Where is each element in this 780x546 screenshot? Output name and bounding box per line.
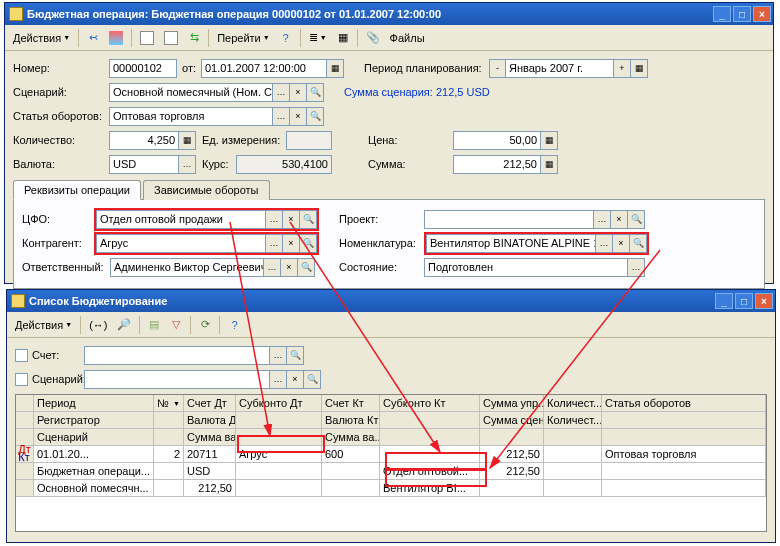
- doc-icon[interactable]: [136, 28, 158, 48]
- currency-select-button[interactable]: …: [179, 155, 196, 174]
- sum-calc-button[interactable]: ▦: [541, 155, 558, 174]
- state-input[interactable]: Подготовлен: [424, 258, 628, 277]
- currency-input[interactable]: USD: [109, 155, 179, 174]
- tab-dependent[interactable]: Зависимые обороты: [143, 180, 270, 200]
- close-button[interactable]: ×: [755, 293, 773, 309]
- stat-open-button[interactable]: 🔍: [307, 107, 324, 126]
- table-row[interactable]: ДтКт 01.01.20... 2 20711 Агрус 600 212,5…: [16, 446, 766, 463]
- stat-select-button[interactable]: …: [273, 107, 290, 126]
- hdr-acct-kt[interactable]: Счет Кт: [322, 395, 380, 411]
- contr-input[interactable]: Агрус: [96, 234, 266, 253]
- interval-icon[interactable]: (↔): [85, 315, 111, 335]
- data-grid[interactable]: Период № ▼ Счет Дт Субконто Дт Счет Кт С…: [15, 394, 767, 532]
- hdr-stat[interactable]: Статья оборотов: [602, 395, 766, 411]
- cfo-open-button[interactable]: 🔍: [300, 210, 317, 229]
- project-open-button[interactable]: 🔍: [628, 210, 645, 229]
- cell-agrus: Агрус: [236, 446, 322, 462]
- find-icon[interactable]: 🔎: [113, 315, 135, 335]
- hdr-num[interactable]: № ▼: [154, 395, 184, 411]
- hdr-period[interactable]: Период: [34, 395, 154, 411]
- sum-input[interactable]: 212,50: [453, 155, 541, 174]
- nomen-clear-button[interactable]: ×: [613, 234, 630, 253]
- number-input[interactable]: 00000102: [109, 59, 177, 78]
- scenario-input[interactable]: Основной помесячный (Ном. С+К): [109, 83, 273, 102]
- list-icon[interactable]: ≣▼: [305, 28, 331, 48]
- cfo-clear-button[interactable]: ×: [283, 210, 300, 229]
- chart-icon[interactable]: [105, 28, 127, 48]
- cfo-input[interactable]: Отдел оптовой продажи: [96, 210, 266, 229]
- nomen-open-button[interactable]: 🔍: [630, 234, 647, 253]
- sort-icon[interactable]: ▤: [144, 315, 164, 335]
- filter-clear-icon[interactable]: ▽: [166, 315, 186, 335]
- scenario-select-button[interactable]: …: [273, 83, 290, 102]
- stat-clear-button[interactable]: ×: [290, 107, 307, 126]
- period-prev-button[interactable]: -: [489, 59, 506, 78]
- doc-star-icon[interactable]: [160, 28, 182, 48]
- hdr-subk-kt[interactable]: Субконто Кт: [380, 395, 480, 411]
- back-icon[interactable]: ↢: [83, 28, 103, 48]
- scenario-clear-button[interactable]: ×: [290, 83, 307, 102]
- minimize-button[interactable]: _: [715, 293, 733, 309]
- resp-clear-button[interactable]: ×: [281, 258, 298, 277]
- tab-requisites[interactable]: Реквизиты операции: [13, 180, 141, 200]
- nomen-select-button[interactable]: …: [596, 234, 613, 253]
- actions-menu[interactable]: Действия▼: [9, 28, 74, 48]
- period-picker-button[interactable]: ▦: [631, 59, 648, 78]
- price-calc-button[interactable]: ▦: [541, 131, 558, 150]
- actions-menu[interactable]: Действия▼: [11, 315, 76, 335]
- stat-input[interactable]: Оптовая торговля: [109, 107, 273, 126]
- window-title: Бюджетная операция: Бюджетная операция 0…: [27, 8, 441, 20]
- qty-calc-button[interactable]: ▦: [179, 131, 196, 150]
- hdr-sum-upr[interactable]: Сумма упр...: [480, 395, 544, 411]
- period-next-button[interactable]: +: [614, 59, 631, 78]
- tree-icon[interactable]: ⇆: [184, 28, 204, 48]
- scenario-open-button[interactable]: 🔍: [304, 370, 321, 389]
- project-clear-button[interactable]: ×: [611, 210, 628, 229]
- help-icon[interactable]: ?: [276, 28, 296, 48]
- scenario-select-button[interactable]: …: [270, 370, 287, 389]
- scenario-open-button[interactable]: 🔍: [307, 83, 324, 102]
- goto-menu[interactable]: Перейти▼: [213, 28, 274, 48]
- account-input[interactable]: [84, 346, 270, 365]
- cfo-select-button[interactable]: …: [266, 210, 283, 229]
- scenario-checkbox[interactable]: [15, 373, 28, 386]
- refresh-icon[interactable]: ⟳: [195, 315, 215, 335]
- hdr-qty[interactable]: Количест...: [544, 395, 602, 411]
- maximize-button[interactable]: □: [735, 293, 753, 309]
- contr-clear-button[interactable]: ×: [283, 234, 300, 253]
- scenario-clear-button[interactable]: ×: [287, 370, 304, 389]
- window-title-2: Список Бюджетирование: [29, 295, 167, 307]
- minimize-button[interactable]: _: [713, 6, 731, 22]
- account-checkbox[interactable]: [15, 349, 28, 362]
- files-label[interactable]: Файлы: [386, 32, 429, 44]
- nomen-input[interactable]: Вентилятор BINATONE ALPINE 16: [426, 234, 596, 253]
- maximize-button[interactable]: □: [733, 6, 751, 22]
- resp-open-button[interactable]: 🔍: [298, 258, 315, 277]
- qty-input[interactable]: 4,250: [109, 131, 179, 150]
- hdr-subk-dt[interactable]: Субконто Дт: [236, 395, 322, 411]
- contr-select-button[interactable]: …: [266, 234, 283, 253]
- state-select-button[interactable]: …: [628, 258, 645, 277]
- resp-input[interactable]: Админенко Виктор Сергеевич: [110, 258, 264, 277]
- help-icon[interactable]: ?: [224, 315, 244, 335]
- resp-select-button[interactable]: …: [264, 258, 281, 277]
- account-open-button[interactable]: 🔍: [287, 346, 304, 365]
- state-label: Состояние:: [339, 261, 424, 273]
- grid-icon[interactable]: ▦: [333, 28, 353, 48]
- date-input[interactable]: 01.01.2007 12:00:00: [201, 59, 327, 78]
- project-select-button[interactable]: …: [594, 210, 611, 229]
- project-input[interactable]: [424, 210, 594, 229]
- contr-open-button[interactable]: 🔍: [300, 234, 317, 253]
- scenario-input-2[interactable]: [84, 370, 270, 389]
- table-row[interactable]: Бюджетная операци... USD Отдел оптовой..…: [16, 463, 766, 480]
- close-button[interactable]: ×: [753, 6, 771, 22]
- price-input[interactable]: 50,00: [453, 131, 541, 150]
- number-label: Номер:: [13, 62, 109, 74]
- account-select-button[interactable]: …: [270, 346, 287, 365]
- attach-icon[interactable]: 📎: [362, 28, 384, 48]
- date-picker-button[interactable]: ▦: [327, 59, 344, 78]
- table-row[interactable]: Основной помесячн... 212,50 Вентилятор B…: [16, 480, 766, 497]
- stat-label: Статья оборотов:: [13, 110, 109, 122]
- period-input[interactable]: Январь 2007 г.: [506, 59, 614, 78]
- hdr-acct-dt[interactable]: Счет Дт: [184, 395, 236, 411]
